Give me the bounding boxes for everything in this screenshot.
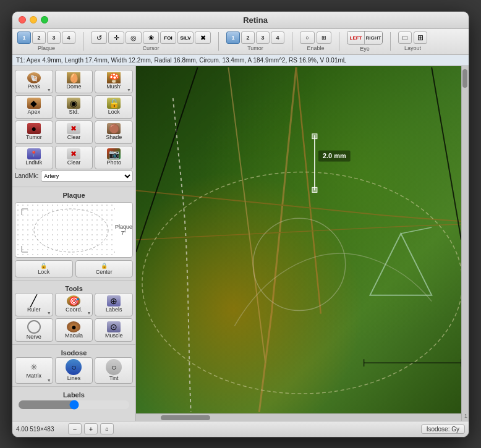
apex-button[interactable]: ◆ Apex	[15, 95, 53, 119]
enable-label: Enable	[307, 45, 324, 51]
matrix-label: Matrix	[27, 373, 42, 379]
horizontal-scrollbar[interactable]	[136, 413, 461, 421]
close-button[interactable]	[19, 16, 26, 23]
coord-arrow: ▼	[87, 311, 91, 315]
cursor-btn-6[interactable]: SILV	[177, 32, 194, 44]
right-eye-button[interactable]: RIGHT	[365, 32, 382, 44]
lock-button[interactable]: 🔒 Lock	[95, 95, 133, 119]
lock-plaque-icon: 🔒	[40, 263, 47, 269]
toolbar: 1 2 3 4 Plaque ↺ ✛ ◎ ❀ FOI SILV ✖ Cursor	[12, 29, 469, 55]
plaque-center-text: Plaque7°	[115, 224, 132, 236]
tumor-btn-2[interactable]: 2	[241, 32, 255, 44]
scrollbar-thumb-h[interactable]	[161, 415, 210, 420]
shade-icon: 🟤	[107, 123, 121, 134]
photo-button[interactable]: 📷 Photo	[95, 146, 133, 169]
dome-icon: 🥚	[67, 72, 80, 83]
std-button[interactable]: ◉ Std.	[55, 95, 93, 119]
plaque-btn-2[interactable]: 2	[32, 32, 46, 44]
minimize-button[interactable]	[30, 16, 37, 23]
photo-icon: 📷	[107, 148, 121, 159]
window-title: Retina	[48, 15, 462, 25]
vertical-scrollbar[interactable]: 1	[461, 66, 469, 421]
apex-label: Apex	[28, 109, 41, 116]
tint-button[interactable]: ○ Tint	[95, 357, 133, 384]
cursor-btn-1[interactable]: ↺	[91, 32, 107, 44]
tumor-btn-3[interactable]: 3	[256, 32, 270, 44]
left-eye-button[interactable]: LEFT	[347, 32, 365, 44]
tumor-button[interactable]: ● Tumor	[15, 120, 53, 144]
zoom-fit-button[interactable]: ⌂	[100, 423, 114, 434]
labels-button[interactable]: ⊕ Labels	[95, 293, 133, 316]
macula-icon: ●	[67, 321, 80, 332]
labels-slider-row	[15, 399, 133, 410]
tumor-label: Tumor	[26, 134, 42, 141]
lock-label: Lock	[108, 109, 120, 116]
eye-buttons: LEFT RIGHT	[347, 31, 383, 44]
shade-button[interactable]: 🟤 Shade	[95, 120, 133, 144]
plaque-section-title: Plaque	[15, 190, 133, 200]
macula-button[interactable]: ● Macula	[55, 318, 93, 342]
mush-button[interactable]: 🍄 Mush' ▼	[95, 70, 133, 93]
isodose-dropdown[interactable]: Isodose: Gy	[421, 425, 465, 434]
lines-button[interactable]: ○ Lines	[55, 357, 93, 384]
plaque-btn-1[interactable]: 1	[17, 32, 31, 44]
labels-slider[interactable]	[19, 400, 129, 409]
plaque-btn-3[interactable]: 3	[47, 32, 61, 44]
zoom-in-button[interactable]: +	[84, 423, 98, 434]
muscle-button[interactable]: ⊙ Muscle	[95, 318, 133, 342]
maximize-button[interactable]	[41, 16, 48, 23]
landmk-row-label: LandMk:	[15, 172, 38, 179]
lndmk-button[interactable]: 📍 LndMk	[15, 146, 53, 169]
cursor-btn-4[interactable]: ❀	[143, 32, 159, 44]
canvas-area[interactable]: 2.0 mm 1	[136, 66, 469, 421]
clear-button-1[interactable]: ✖ Clear	[55, 120, 93, 144]
center-plaque-icon: 🔒	[101, 263, 108, 269]
zoom-out-button[interactable]: −	[68, 423, 82, 434]
bottom-bar: 4.00 519×483 − + ⌂ Isodose: Gy	[12, 421, 469, 437]
lock-plaque-button[interactable]: 🔒 Lock	[15, 260, 73, 277]
separator-5	[390, 32, 391, 51]
cursor-btn-3[interactable]: ◎	[126, 32, 142, 44]
ruler-icon: ╱	[27, 295, 41, 306]
coord-icon: 🎯	[67, 295, 80, 306]
tool-grid: 🐚 Peak ▼ 🥚 Dome 🍄 Mush' ▼ ◆	[15, 70, 133, 169]
eye-label: Eye	[360, 46, 370, 52]
peak-icon: 🐚	[27, 72, 41, 83]
std-icon: ◉	[67, 98, 80, 109]
enable-btn-1[interactable]: ○	[300, 32, 315, 44]
enable-btn-2[interactable]: ⊞	[317, 32, 331, 44]
landmk-select[interactable]: Artery Vein Nerve	[41, 171, 133, 182]
peak-button[interactable]: 🐚 Peak ▼	[15, 70, 53, 93]
layout-single-button[interactable]: □	[398, 32, 412, 44]
plaque-toolbar-group: 1 2 3 4 Plaque	[17, 32, 75, 51]
tumor-btn-1[interactable]: 1	[226, 32, 240, 44]
center-plaque-button[interactable]: 🔒 Center	[75, 260, 134, 277]
cursor-btn-2[interactable]: ✛	[108, 32, 124, 44]
coord-button[interactable]: 🎯 Coord. ▼	[55, 293, 93, 316]
labels-section-title: Labels	[15, 389, 133, 399]
landmk-row: LandMk: Artery Vein Nerve	[15, 171, 133, 182]
layout-grid-button[interactable]: ⊞	[414, 32, 427, 44]
nerve-button[interactable]: Nerve	[15, 318, 53, 342]
matrix-button[interactable]: ✳ Matrix ▼	[15, 357, 53, 384]
plaque-section: Plaque	[12, 187, 135, 281]
cursor-btn-7[interactable]: ✖	[195, 32, 211, 44]
dome-button[interactable]: 🥚 Dome	[55, 70, 93, 93]
tools-grid-section: 🐚 Peak ▼ 🥚 Dome 🍄 Mush' ▼ ◆	[12, 66, 135, 187]
plaque-btn-4[interactable]: 4	[62, 32, 75, 44]
ruler-button[interactable]: ╱ Ruler ▼	[15, 293, 53, 316]
tools-section: Tools ╱ Ruler ▼ 🎯 Coord. ▼ ⊕ Labels	[12, 281, 135, 345]
tools-section-title: Tools	[15, 283, 133, 293]
cursor-btn-5[interactable]: FOI	[160, 32, 176, 44]
tumor-btn-4[interactable]: 4	[271, 32, 284, 44]
traffic-lights	[19, 16, 48, 23]
clear-button-2[interactable]: ✖ Clear	[55, 146, 93, 169]
lock-plaque-label: Lock	[38, 269, 49, 275]
clear-icon-1: ✖	[67, 123, 80, 134]
nerve-icon	[27, 320, 41, 334]
center-plaque-label: Center	[96, 269, 113, 275]
mush-label: Mush'	[106, 83, 121, 90]
plaque-visualizer: Plaque7°	[15, 202, 133, 258]
clear-label-1: Clear	[67, 134, 81, 141]
scrollbar-thumb-v[interactable]	[462, 69, 467, 88]
